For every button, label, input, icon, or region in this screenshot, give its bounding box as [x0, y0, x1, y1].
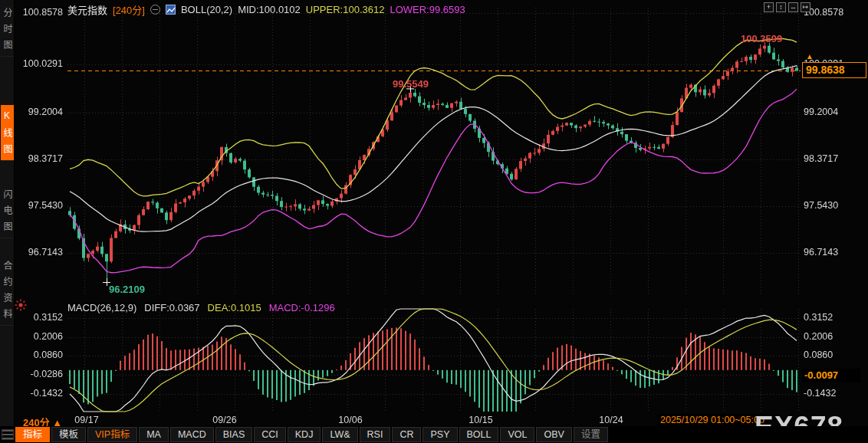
xaxis-date-2: 10/06 — [334, 415, 367, 425]
toolbar-item-设置[interactable]: 设置 — [574, 427, 608, 442]
macd-title: MACD(26,12,9) — [67, 302, 136, 313]
candlestick-chart-canvas[interactable] — [0, 0, 868, 443]
toolbar-item-CR[interactable]: CR — [392, 427, 421, 442]
macd-dea-value: DEA:0.1015 — [208, 302, 261, 313]
sidebar-tab-1[interactable]: 分时图 — [1, 2, 14, 57]
macd-axis-left-1: 0.2006 — [20, 331, 63, 342]
macd-bar-value: MACD:-0.1296 — [269, 302, 335, 313]
last-price-box: 99.8638 — [802, 62, 866, 78]
swing-high-marker: 99.5549 — [393, 78, 429, 90]
macd-axis-right-4: -0.1432 — [804, 388, 847, 399]
sidebar-tab-2[interactable]: K线图 — [1, 105, 14, 161]
toolbar-item-BIAS[interactable]: BIAS — [215, 427, 253, 442]
boll-lower-value: LOWER:99.6593 — [390, 4, 465, 15]
toolbar-item-LW&[interactable]: LW& — [322, 427, 357, 442]
price-axis-left-3: 98.3717 — [20, 153, 63, 164]
boll-mid-value: MID:100.0102 — [238, 4, 301, 15]
toolbar-item-PSY[interactable]: PSY — [422, 427, 457, 442]
price-up-arrow-icon: ▲ — [806, 52, 814, 61]
toolbar-item-KDJ[interactable]: KDJ — [288, 427, 321, 442]
toolbar-item-VIP指标[interactable]: VIP指标 — [87, 427, 137, 442]
xaxis-date-0: 09/17 — [70, 415, 104, 425]
price-axis-right-4: 97.5430 — [804, 200, 847, 211]
price-axis-right-3: 98.3717 — [804, 153, 847, 164]
toolbar-item-MA[interactable]: MA — [139, 427, 169, 442]
toolbar-item-指标[interactable]: 指标 — [15, 427, 50, 442]
price-axis-right-5: 96.7143 — [804, 247, 847, 258]
toolbar-item-RSI[interactable]: RSI — [360, 427, 391, 442]
chart-tools: +↕↔↦ — [764, 2, 810, 12]
price-axis-left-4: 97.5430 — [20, 200, 63, 211]
price-axis-left-0: 100.8578 — [20, 7, 63, 18]
macd-axis-left-4: -0.1432 — [20, 388, 63, 399]
price-axis-left-2: 99.2004 — [20, 107, 63, 117]
sidebar-tab-4[interactable]: 合约资料 — [1, 255, 14, 326]
toolbar-list-icon[interactable] — [2, 429, 14, 440]
boll-label: BOLL(20,2) — [181, 4, 232, 15]
period-label[interactable]: [240分] — [113, 2, 145, 17]
xaxis-date-4: 10/24 — [594, 415, 628, 425]
price-axis-right-2: 99.2004 — [804, 107, 847, 117]
macd-header: MACD(26,12,9) DIFF:0.0367 DEA:0.1015 MAC… — [67, 302, 335, 313]
collapse-indicator-icon[interactable] — [150, 5, 160, 15]
macd-axis-right-0: 0.3152 — [804, 312, 847, 323]
high-price-marker: 100.3599 — [741, 33, 782, 44]
macd-axis-left-0: 0.3152 — [20, 312, 63, 323]
crosshair-icon[interactable]: + — [764, 2, 774, 12]
boll-upper-value: UPPER:100.3612 — [306, 4, 385, 15]
indicator-chart-icon[interactable] — [166, 5, 176, 15]
macd-axis-left-3: -0.0286 — [20, 369, 63, 379]
last-bar-time-label: 2025/10/29 01:00~05:00 — [657, 414, 768, 427]
toolbar-item-CCI[interactable]: CCI — [254, 427, 286, 442]
macd-diff-value: DIFF:0.0367 — [144, 302, 199, 313]
price-axis-left-1: 100.0291 — [20, 58, 63, 69]
scale-y-icon[interactable]: ↕ — [776, 2, 786, 12]
sidebar-tab-3[interactable]: 闪电图 — [1, 184, 14, 238]
chart-type-sidebar: 分时图K线图闪电图合约资料 — [0, 0, 15, 426]
toolbar-items: 指标模板VIP指标MAMACDBIASCCIKDJLW&RSICRPSYBOLL… — [15, 427, 608, 442]
pan-right-icon[interactable]: ↦ — [801, 2, 810, 12]
macd-axis-left-2: 0.0860 — [20, 349, 63, 360]
price-axis-left-5: 96.7143 — [20, 247, 63, 258]
toolbar-item-BOLL[interactable]: BOLL — [459, 427, 499, 442]
xaxis-date-1: 09/26 — [208, 415, 242, 425]
low-price-marker: 96.2109 — [109, 284, 145, 295]
macd-axis-right-2: 0.0860 — [804, 349, 847, 360]
macd-axis-value-box: -0.0097 — [802, 369, 860, 382]
toolbar-item-模板[interactable]: 模板 — [51, 427, 86, 442]
toolbar-item-VOL[interactable]: VOL — [500, 427, 534, 442]
toolbar-item-MACD[interactable]: MACD — [170, 427, 214, 442]
chart-header: 美元指数 [240分] BOLL(20,2) MID:100.0102 UPPE… — [67, 3, 465, 15]
xaxis-date-3: 10/15 — [464, 415, 498, 425]
alert-pulse-icon[interactable] — [15, 299, 27, 311]
scale-x-icon[interactable]: ↔ — [788, 2, 798, 12]
indicator-toolbar: 指标模板VIP指标MAMACDBIASCCIKDJLW&RSICRPSYBOLL… — [0, 426, 868, 443]
macd-axis-right-1: 0.2006 — [804, 331, 847, 342]
toolbar-item-OBV[interactable]: OBV — [536, 427, 571, 442]
symbol-title: 美元指数 — [67, 2, 107, 17]
